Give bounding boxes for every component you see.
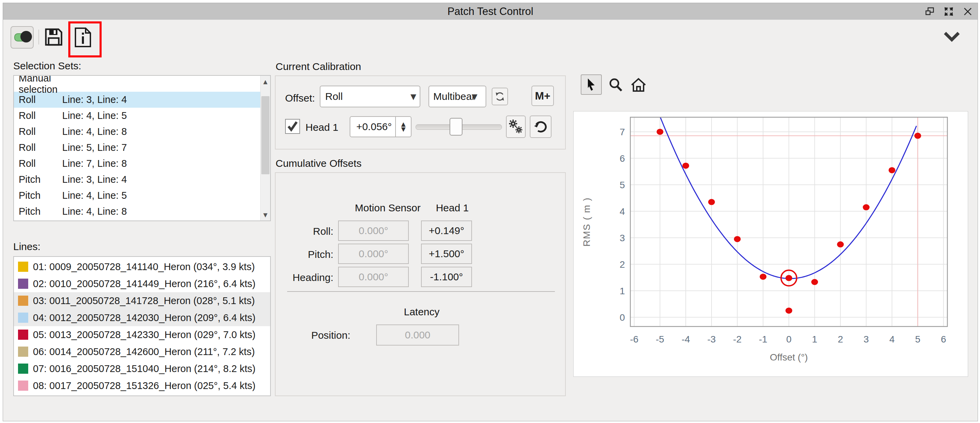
cursor-icon xyxy=(585,78,597,91)
selection-set-row[interactable]: Pitch Line: 4, Line: 8 xyxy=(14,204,261,219)
selection-set-row[interactable]: Pitch Line: 3, Line: 4 xyxy=(14,172,261,188)
pitch-head1-field[interactable]: +1.500° xyxy=(421,243,472,264)
lines-list[interactable]: 01: 0009_20050728_141140_Heron (034°, 3.… xyxy=(13,256,271,396)
gears-icon xyxy=(508,119,523,134)
line-row[interactable]: 02: 0010_20050728_141449_Heron (216°, 6.… xyxy=(14,275,270,292)
svg-text:0: 0 xyxy=(619,312,625,323)
svg-text:RMS ( m ): RMS ( m ) xyxy=(581,197,592,246)
selection-sets-scrollbar[interactable]: ▲ ▼ xyxy=(260,76,270,221)
title-bar[interactable]: Patch Test Control xyxy=(3,3,978,20)
svg-text:3: 3 xyxy=(619,233,625,243)
selection-set-row[interactable]: Roll Line: 7, Line: 8 xyxy=(14,156,261,172)
line-row[interactable]: 04: 0012_20050728_142030_Heron (209°, 6.… xyxy=(14,309,270,326)
svg-text:Offset (°): Offset (°) xyxy=(770,352,808,363)
head1-header: Head 1 xyxy=(412,202,493,214)
zoom-tool-button[interactable] xyxy=(606,76,625,94)
toggle-on-icon xyxy=(14,33,30,41)
pointer-tool-button[interactable] xyxy=(581,75,602,95)
current-calibration-box: Offset: Roll ▼ Multibeam ▼ M+ Head 1 +0.… xyxy=(275,75,566,149)
roll-motion-field: 0.000° xyxy=(338,221,409,241)
svg-text:4: 4 xyxy=(889,334,895,345)
spin-down-icon[interactable]: ▼ xyxy=(401,127,406,132)
line-row[interactable]: 07: 0016_20050728_151040_Heron (214°, 8.… xyxy=(14,360,270,377)
line-row[interactable]: 03: 0011_20050728_141728_Heron (028°, 5.… xyxy=(14,292,270,309)
home-icon xyxy=(630,78,647,92)
line-row[interactable]: 05: 0013_20050728_142330_Heron (029°, 7.… xyxy=(14,326,270,343)
device-dropdown[interactable]: Multibeam ▼ xyxy=(428,86,486,107)
position-label: Position: xyxy=(296,329,350,341)
scrollbar-thumb[interactable] xyxy=(261,96,269,174)
rms-chart[interactable]: -6-5-4-3-2-1012345601234567Offset (°)RMS… xyxy=(574,111,968,377)
info-report-button[interactable] xyxy=(73,27,93,48)
line-color-swatch xyxy=(18,262,28,272)
svg-text:6: 6 xyxy=(941,334,947,345)
selection-sets-list[interactable]: Manual selection Roll Line: 3, Line: 4 R… xyxy=(13,75,271,221)
save-icon xyxy=(44,27,63,46)
line-row[interactable]: 06: 0014_20050728_142600_Heron (211°, 7.… xyxy=(14,343,270,360)
head1-label: Head 1 xyxy=(305,122,339,133)
selection-set-row[interactable]: Roll Line: 4, Line: 5 xyxy=(14,108,261,124)
svg-text:4: 4 xyxy=(619,206,625,217)
offset-label: Offset: xyxy=(285,92,315,104)
collapse-panel-button[interactable] xyxy=(943,30,961,44)
cumulative-offsets-title: Cumulative Offsets xyxy=(275,157,361,169)
svg-text:3: 3 xyxy=(864,334,869,345)
scroll-up-icon[interactable]: ▲ xyxy=(261,76,270,87)
roll-head1-field[interactable]: +0.149° xyxy=(421,221,472,241)
latency-divider xyxy=(287,291,555,292)
heading-head1-field[interactable]: -1.100° xyxy=(421,267,472,287)
cumulative-offsets-box: Motion Sensor Head 1 Roll: 0.000° +0.149… xyxy=(275,172,566,396)
svg-text:-4: -4 xyxy=(682,334,690,345)
svg-text:1: 1 xyxy=(619,286,625,296)
display-toggle-button[interactable] xyxy=(11,26,33,49)
selection-set-row[interactable]: Roll Line: 5, Line: 7 xyxy=(14,140,261,156)
save-button[interactable] xyxy=(43,27,64,47)
svg-text:-6: -6 xyxy=(630,334,638,345)
float-window-icon[interactable] xyxy=(924,6,935,17)
refresh-button[interactable] xyxy=(492,87,508,105)
selection-set-row[interactable]: Manual selection xyxy=(14,76,261,92)
selection-set-row[interactable]: Pitch Line: 4, Line: 5 xyxy=(14,188,261,204)
rms-chart-panel[interactable]: -6-5-4-3-2-1012345601234567Offset (°)RMS… xyxy=(573,111,968,377)
home-view-button[interactable] xyxy=(629,76,648,94)
patch-test-control-app: Patch Test Control xyxy=(0,0,980,423)
offset-type-dropdown[interactable]: Roll ▼ xyxy=(320,86,420,107)
svg-text:2: 2 xyxy=(619,259,625,270)
scroll-down-icon[interactable]: ▼ xyxy=(261,209,270,221)
pitch-motion-field: 0.000° xyxy=(338,243,409,264)
line-color-swatch xyxy=(18,296,28,306)
roll-label: Roll: xyxy=(279,226,333,237)
head1-offset-input[interactable]: +0.056° xyxy=(350,116,396,137)
refresh-icon xyxy=(495,91,505,102)
window-buttons xyxy=(924,3,973,20)
undo-button[interactable] xyxy=(530,116,552,138)
memory-add-button[interactable]: M+ xyxy=(531,86,554,106)
svg-text:5: 5 xyxy=(915,334,921,345)
line-color-swatch xyxy=(18,313,28,323)
current-calibration-title: Current Calibration xyxy=(275,61,361,72)
selection-set-row[interactable]: Roll Line: 3, Line: 4 xyxy=(14,92,261,108)
head1-checkbox[interactable] xyxy=(285,119,300,134)
undo-icon xyxy=(533,120,548,134)
close-icon[interactable] xyxy=(963,6,973,17)
svg-text:6: 6 xyxy=(619,153,625,164)
line-color-swatch xyxy=(18,329,28,340)
settings-button[interactable] xyxy=(506,116,526,138)
patch-test-window: Patch Test Control xyxy=(3,3,978,421)
svg-text:-2: -2 xyxy=(733,334,741,345)
selection-set-row[interactable]: Roll Line: 4, Line: 8 xyxy=(14,124,261,140)
offset-slider-thumb[interactable] xyxy=(450,118,463,135)
pitch-label: Pitch: xyxy=(279,249,333,260)
expand-icon[interactable] xyxy=(943,6,954,17)
heading-label: Heading: xyxy=(279,272,333,283)
svg-text:0: 0 xyxy=(786,334,792,345)
head1-offset-spinner[interactable]: ▲ ▼ xyxy=(396,116,412,137)
svg-text:5: 5 xyxy=(619,180,625,190)
line-row[interactable]: 08: 0017_20050728_151326_Heron (025°, 5.… xyxy=(14,377,270,394)
line-color-swatch xyxy=(18,278,28,289)
line-color-swatch xyxy=(18,380,28,391)
line-row[interactable]: 01: 0009_20050728_141140_Heron (034°, 3.… xyxy=(14,258,270,275)
chevron-down-icon xyxy=(943,31,960,43)
lines-label: Lines: xyxy=(13,241,40,253)
svg-text:-5: -5 xyxy=(656,334,664,345)
